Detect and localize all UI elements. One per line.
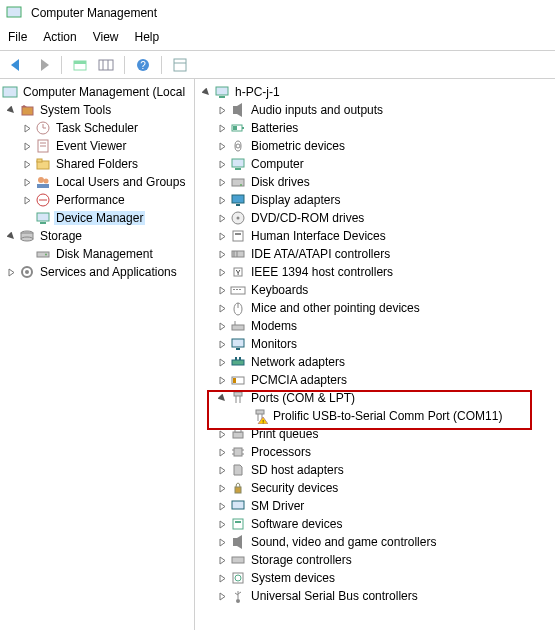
device-category-display[interactable]: Display adapters <box>195 191 555 209</box>
expand-icon[interactable] <box>215 175 229 189</box>
expand-icon[interactable] <box>215 301 229 315</box>
help-button[interactable]: ? <box>132 54 154 76</box>
collapse-icon[interactable] <box>4 229 18 243</box>
expand-icon[interactable] <box>215 337 229 351</box>
expand-icon[interactable] <box>20 193 34 207</box>
svg-point-20 <box>38 177 44 183</box>
disk-management-icon <box>35 246 51 262</box>
menu-help[interactable]: Help <box>135 30 160 44</box>
expand-icon[interactable] <box>215 355 229 369</box>
device-category-diskDrives[interactable]: Disk drives <box>195 173 555 191</box>
expand-icon[interactable] <box>215 463 229 477</box>
expand-icon[interactable] <box>4 265 18 279</box>
expand-icon[interactable] <box>215 121 229 135</box>
device-category-computer[interactable]: Computer <box>195 155 555 173</box>
expand-icon[interactable] <box>215 319 229 333</box>
expand-icon[interactable] <box>215 265 229 279</box>
expand-icon[interactable] <box>215 553 229 567</box>
expand-icon[interactable] <box>215 499 229 513</box>
device-category-sdHost[interactable]: SD host adapters <box>195 461 555 479</box>
tree-event-viewer[interactable]: Event Viewer <box>0 137 194 155</box>
sound-icon <box>230 534 246 550</box>
device-label: Monitors <box>249 337 299 351</box>
svg-rect-78 <box>233 432 243 438</box>
svg-point-44 <box>240 184 242 186</box>
expand-icon[interactable] <box>215 427 229 441</box>
device-category-printQueues[interactable]: Print queues <box>195 425 555 443</box>
expand-icon[interactable] <box>215 103 229 117</box>
expand-icon[interactable] <box>215 157 229 171</box>
tree-system-tools[interactable]: System Tools <box>0 101 194 119</box>
device-category-security[interactable]: Security devices <box>195 479 555 497</box>
device-category-hid[interactable]: Human Interface Devices <box>195 227 555 245</box>
expand-icon[interactable] <box>215 139 229 153</box>
properties-button[interactable] <box>169 54 191 76</box>
event-viewer-icon <box>35 138 51 154</box>
modem-icon <box>230 318 246 334</box>
device-category-ieee1394[interactable]: Y IEEE 1394 host controllers <box>195 263 555 281</box>
expand-icon[interactable] <box>20 157 34 171</box>
show-hide-button[interactable] <box>95 54 117 76</box>
tree-device-manager[interactable]: Device Manager <box>0 209 194 227</box>
collapse-icon[interactable] <box>4 103 18 117</box>
device-category-biometric[interactable]: Biometric devices <box>195 137 555 155</box>
device-category-software[interactable]: Software devices <box>195 515 555 533</box>
device-category-modems[interactable]: Modems <box>195 317 555 335</box>
expand-icon[interactable] <box>20 121 34 135</box>
device-category-pcmcia[interactable]: PCMCIA adapters <box>195 371 555 389</box>
expand-icon[interactable] <box>215 247 229 261</box>
expand-icon[interactable] <box>20 139 34 153</box>
expand-icon[interactable] <box>215 283 229 297</box>
device-category-dvd[interactable]: DVD/CD-ROM drives <box>195 209 555 227</box>
tree-services[interactable]: Services and Applications <box>0 263 194 281</box>
device-category-storageCtrl[interactable]: Storage controllers <box>195 551 555 569</box>
device-category-processors[interactable]: Processors <box>195 443 555 461</box>
expand-icon[interactable] <box>215 211 229 225</box>
tree-shared-folders[interactable]: Shared Folders <box>0 155 194 173</box>
device-root[interactable]: h-PC-j-1 <box>195 83 555 101</box>
device-label: IDE ATA/ATAPI controllers <box>249 247 392 261</box>
expand-icon[interactable] <box>215 229 229 243</box>
device-category-audio[interactable]: Audio inputs and outputs <box>195 101 555 119</box>
device-category-ports[interactable]: Ports (COM & LPT) <box>195 389 555 407</box>
expand-icon[interactable] <box>215 373 229 387</box>
tree-root[interactable]: Computer Management (Local <box>0 83 194 101</box>
expand-icon[interactable] <box>215 535 229 549</box>
back-button[interactable] <box>6 54 28 76</box>
expand-icon[interactable] <box>20 175 34 189</box>
device-category-ide[interactable]: IDE ATA/ATAPI controllers <box>195 245 555 263</box>
expand-icon[interactable] <box>215 589 229 603</box>
device-item-com11[interactable]: ! Prolific USB-to-Serial Comm Port (COM1… <box>195 407 555 425</box>
menu-file[interactable]: File <box>8 30 27 44</box>
tree-storage[interactable]: Storage <box>0 227 194 245</box>
device-category-batteries[interactable]: Batteries <box>195 119 555 137</box>
device-category-sound[interactable]: Sound, video and game controllers <box>195 533 555 551</box>
menu-action[interactable]: Action <box>43 30 76 44</box>
tree-performance[interactable]: Performance <box>0 191 194 209</box>
forward-button[interactable] <box>32 54 54 76</box>
tree-disk-management[interactable]: Disk Management <box>0 245 194 263</box>
toolbar-separator <box>61 56 62 74</box>
expand-icon[interactable] <box>215 193 229 207</box>
expand-icon[interactable] <box>215 571 229 585</box>
expand-icon[interactable] <box>215 481 229 495</box>
device-category-mice[interactable]: Mice and other pointing devices <box>195 299 555 317</box>
device-category-smDriver[interactable]: SM Driver <box>195 497 555 515</box>
tree-local-users[interactable]: Local Users and Groups <box>0 173 194 191</box>
expand-icon[interactable] <box>215 517 229 531</box>
device-category-monitors[interactable]: Monitors <box>195 335 555 353</box>
svg-rect-87 <box>233 519 243 529</box>
collapse-icon[interactable] <box>199 85 213 99</box>
collapse-icon[interactable] <box>215 391 229 405</box>
up-button[interactable] <box>69 54 91 76</box>
device-category-usb[interactable]: Universal Serial Bus controllers <box>195 587 555 605</box>
device-category-network[interactable]: Network adapters <box>195 353 555 371</box>
tree-task-scheduler[interactable]: Task Scheduler <box>0 119 194 137</box>
svg-rect-59 <box>239 289 241 290</box>
svg-rect-39 <box>233 126 237 130</box>
expand-icon[interactable] <box>215 445 229 459</box>
menu-view[interactable]: View <box>93 30 119 44</box>
svg-point-93 <box>236 599 240 603</box>
device-category-systemDev[interactable]: System devices <box>195 569 555 587</box>
device-category-keyboards[interactable]: Keyboards <box>195 281 555 299</box>
